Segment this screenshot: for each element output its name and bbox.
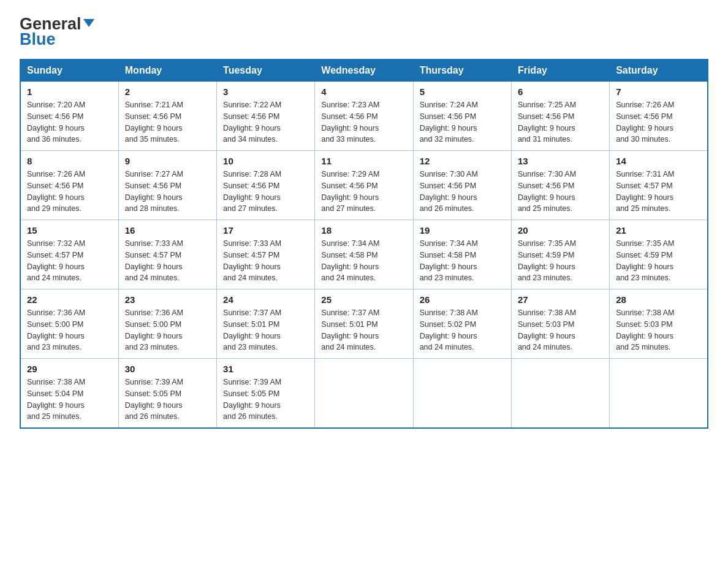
day-info: Sunrise: 7:34 AMSunset: 4:58 PMDaylight:…: [420, 239, 478, 282]
calendar-day-header: Thursday: [413, 59, 511, 82]
calendar-week-row: 15 Sunrise: 7:32 AMSunset: 4:57 PMDaylig…: [20, 220, 708, 289]
day-info: Sunrise: 7:26 AMSunset: 4:56 PMDaylight:…: [27, 170, 85, 213]
calendar-day-cell: 8 Sunrise: 7:26 AMSunset: 4:56 PMDayligh…: [20, 151, 118, 220]
day-info: Sunrise: 7:26 AMSunset: 4:56 PMDaylight:…: [616, 101, 674, 144]
calendar-day-cell: [610, 359, 708, 429]
day-number: 4: [321, 86, 406, 97]
day-number: 12: [420, 156, 505, 166]
day-number: 8: [27, 156, 112, 166]
calendar-day-cell: 3 Sunrise: 7:22 AMSunset: 4:56 PMDayligh…: [217, 82, 315, 151]
day-info: Sunrise: 7:29 AMSunset: 4:56 PMDaylight:…: [321, 170, 379, 213]
day-number: 11: [321, 156, 406, 166]
calendar-day-cell: 12 Sunrise: 7:30 AMSunset: 4:56 PMDaylig…: [413, 151, 511, 220]
calendar-day-cell: 20 Sunrise: 7:35 AMSunset: 4:59 PMDaylig…: [511, 220, 609, 289]
day-number: 2: [125, 86, 210, 97]
calendar-day-cell: [315, 359, 413, 429]
day-info: Sunrise: 7:38 AMSunset: 5:02 PMDaylight:…: [420, 308, 478, 351]
calendar-day-cell: 10 Sunrise: 7:28 AMSunset: 4:56 PMDaylig…: [217, 151, 315, 220]
day-number: 31: [223, 364, 308, 374]
calendar-week-row: 1 Sunrise: 7:20 AMSunset: 4:56 PMDayligh…: [20, 82, 708, 151]
calendar-day-cell: 23 Sunrise: 7:36 AMSunset: 5:00 PMDaylig…: [118, 289, 216, 359]
calendar-day-header: Sunday: [20, 59, 118, 82]
day-info: Sunrise: 7:34 AMSunset: 4:58 PMDaylight:…: [321, 239, 379, 282]
day-info: Sunrise: 7:28 AMSunset: 4:56 PMDaylight:…: [223, 170, 281, 213]
day-number: 27: [518, 294, 603, 305]
day-number: 15: [27, 225, 112, 236]
calendar-day-cell: 14 Sunrise: 7:31 AMSunset: 4:57 PMDaylig…: [610, 151, 708, 220]
day-number: 16: [125, 225, 210, 236]
day-number: 17: [223, 225, 308, 236]
calendar-day-cell: 27 Sunrise: 7:38 AMSunset: 5:03 PMDaylig…: [511, 289, 609, 359]
day-info: Sunrise: 7:36 AMSunset: 5:00 PMDaylight:…: [125, 308, 183, 351]
calendar-day-cell: 5 Sunrise: 7:24 AMSunset: 4:56 PMDayligh…: [413, 82, 511, 151]
calendar-day-cell: 29 Sunrise: 7:38 AMSunset: 5:04 PMDaylig…: [20, 359, 118, 429]
day-info: Sunrise: 7:23 AMSunset: 4:56 PMDaylight:…: [321, 101, 379, 144]
day-info: Sunrise: 7:33 AMSunset: 4:57 PMDaylight:…: [223, 239, 281, 282]
day-info: Sunrise: 7:32 AMSunset: 4:57 PMDaylight:…: [27, 239, 85, 282]
calendar-day-header: Wednesday: [315, 59, 413, 82]
day-info: Sunrise: 7:25 AMSunset: 4:56 PMDaylight:…: [518, 101, 576, 144]
calendar-week-row: 8 Sunrise: 7:26 AMSunset: 4:56 PMDayligh…: [20, 151, 708, 220]
day-info: Sunrise: 7:31 AMSunset: 4:57 PMDaylight:…: [616, 170, 674, 213]
day-number: 30: [125, 364, 210, 374]
calendar-day-cell: 6 Sunrise: 7:25 AMSunset: 4:56 PMDayligh…: [511, 82, 609, 151]
calendar-day-header: Friday: [511, 59, 609, 82]
day-info: Sunrise: 7:38 AMSunset: 5:04 PMDaylight:…: [27, 378, 85, 421]
calendar-day-cell: 15 Sunrise: 7:32 AMSunset: 4:57 PMDaylig…: [20, 220, 118, 289]
calendar-day-cell: 7 Sunrise: 7:26 AMSunset: 4:56 PMDayligh…: [610, 82, 708, 151]
day-number: 24: [223, 294, 308, 305]
day-info: Sunrise: 7:30 AMSunset: 4:56 PMDaylight:…: [518, 170, 576, 213]
calendar-day-cell: 30 Sunrise: 7:39 AMSunset: 5:05 PMDaylig…: [118, 359, 216, 429]
calendar-header-row: SundayMondayTuesdayWednesdayThursdayFrid…: [20, 59, 708, 82]
logo-blue: Blue: [20, 30, 56, 49]
day-info: Sunrise: 7:37 AMSunset: 5:01 PMDaylight:…: [321, 308, 379, 351]
day-number: 23: [125, 294, 210, 305]
calendar-day-cell: 24 Sunrise: 7:37 AMSunset: 5:01 PMDaylig…: [217, 289, 315, 359]
logo-triangle: [83, 19, 94, 27]
calendar-day-cell: 18 Sunrise: 7:34 AMSunset: 4:58 PMDaylig…: [315, 220, 413, 289]
calendar-table: SundayMondayTuesdayWednesdayThursdayFrid…: [20, 59, 708, 429]
day-info: Sunrise: 7:20 AMSunset: 4:56 PMDaylight:…: [27, 101, 85, 144]
calendar-day-cell: 17 Sunrise: 7:33 AMSunset: 4:57 PMDaylig…: [217, 220, 315, 289]
calendar-day-header: Saturday: [610, 59, 708, 82]
calendar-day-cell: 25 Sunrise: 7:37 AMSunset: 5:01 PMDaylig…: [315, 289, 413, 359]
day-number: 3: [223, 86, 308, 97]
calendar-day-cell: 4 Sunrise: 7:23 AMSunset: 4:56 PMDayligh…: [315, 82, 413, 151]
calendar-day-cell: 2 Sunrise: 7:21 AMSunset: 4:56 PMDayligh…: [118, 82, 216, 151]
day-number: 14: [616, 156, 701, 166]
page-header: General Blue: [20, 15, 708, 49]
day-number: 7: [616, 86, 701, 97]
day-number: 1: [27, 86, 112, 97]
day-info: Sunrise: 7:35 AMSunset: 4:59 PMDaylight:…: [616, 239, 674, 282]
day-info: Sunrise: 7:22 AMSunset: 4:56 PMDaylight:…: [223, 101, 281, 144]
day-info: Sunrise: 7:38 AMSunset: 5:03 PMDaylight:…: [616, 308, 674, 351]
calendar-day-cell: 1 Sunrise: 7:20 AMSunset: 4:56 PMDayligh…: [20, 82, 118, 151]
day-info: Sunrise: 7:30 AMSunset: 4:56 PMDaylight:…: [420, 170, 478, 213]
calendar-day-header: Monday: [118, 59, 216, 82]
calendar-day-cell: 11 Sunrise: 7:29 AMSunset: 4:56 PMDaylig…: [315, 151, 413, 220]
day-number: 18: [321, 225, 406, 236]
calendar-day-cell: 28 Sunrise: 7:38 AMSunset: 5:03 PMDaylig…: [610, 289, 708, 359]
logo: General Blue: [20, 15, 94, 49]
day-number: 20: [518, 225, 603, 236]
calendar-day-cell: 31 Sunrise: 7:39 AMSunset: 5:05 PMDaylig…: [217, 359, 315, 429]
calendar-day-header: Tuesday: [217, 59, 315, 82]
day-info: Sunrise: 7:33 AMSunset: 4:57 PMDaylight:…: [125, 239, 183, 282]
day-info: Sunrise: 7:37 AMSunset: 5:01 PMDaylight:…: [223, 308, 281, 351]
day-number: 9: [125, 156, 210, 166]
day-info: Sunrise: 7:24 AMSunset: 4:56 PMDaylight:…: [420, 101, 478, 144]
calendar-week-row: 29 Sunrise: 7:38 AMSunset: 5:04 PMDaylig…: [20, 359, 708, 429]
day-number: 22: [27, 294, 112, 305]
calendar-day-cell: [413, 359, 511, 429]
day-info: Sunrise: 7:27 AMSunset: 4:56 PMDaylight:…: [125, 170, 183, 213]
day-number: 6: [518, 86, 603, 97]
calendar-day-cell: 21 Sunrise: 7:35 AMSunset: 4:59 PMDaylig…: [610, 220, 708, 289]
calendar-day-cell: [511, 359, 609, 429]
calendar-day-cell: 19 Sunrise: 7:34 AMSunset: 4:58 PMDaylig…: [413, 220, 511, 289]
day-number: 21: [616, 225, 701, 236]
day-info: Sunrise: 7:36 AMSunset: 5:00 PMDaylight:…: [27, 308, 85, 351]
calendar-day-cell: 9 Sunrise: 7:27 AMSunset: 4:56 PMDayligh…: [118, 151, 216, 220]
day-number: 26: [420, 294, 505, 305]
day-info: Sunrise: 7:21 AMSunset: 4:56 PMDaylight:…: [125, 101, 183, 144]
calendar-day-cell: 13 Sunrise: 7:30 AMSunset: 4:56 PMDaylig…: [511, 151, 609, 220]
